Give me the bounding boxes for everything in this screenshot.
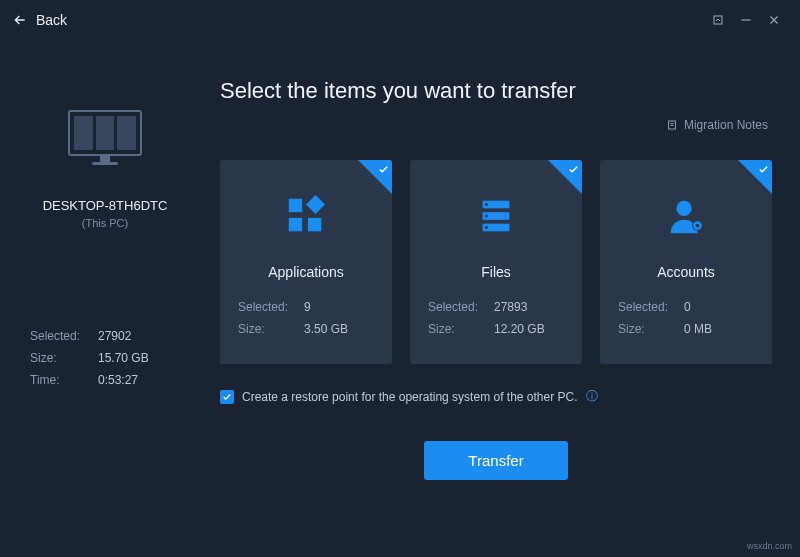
check-icon xyxy=(758,164,769,175)
card-selected-label: Selected: xyxy=(618,300,676,314)
migration-notes-link[interactable]: Migration Notes xyxy=(666,118,768,132)
pc-name: DESKTOP-8TH6DTC xyxy=(30,198,180,213)
restore-checkbox[interactable] xyxy=(220,390,234,404)
restore-point-row: Create a restore point for the operating… xyxy=(220,388,772,405)
card-applications[interactable]: Applications Selected:9 Size:3.50 GB xyxy=(220,160,392,364)
pin-icon xyxy=(712,14,724,26)
svg-point-17 xyxy=(696,224,700,228)
pc-icon xyxy=(65,110,145,170)
arrow-left-icon xyxy=(12,12,28,28)
card-files[interactable]: Files Selected:27893 Size:12.20 GB xyxy=(410,160,582,364)
card-title: Files xyxy=(428,264,564,280)
main-panel: Select the items you want to transfer Mi… xyxy=(200,40,800,557)
svg-rect-6 xyxy=(289,218,302,231)
accounts-icon xyxy=(663,193,709,239)
minimize-icon xyxy=(739,13,753,27)
svg-rect-5 xyxy=(289,199,302,212)
card-selected-label: Selected: xyxy=(428,300,486,314)
applications-icon xyxy=(283,193,329,239)
back-label: Back xyxy=(36,12,67,28)
minimize-button[interactable] xyxy=(732,6,760,34)
stat-selected-value: 27902 xyxy=(98,329,131,343)
stat-selected-label: Selected: xyxy=(30,329,88,343)
notes-icon xyxy=(666,119,678,131)
card-title: Applications xyxy=(238,264,374,280)
svg-rect-8 xyxy=(306,195,325,214)
card-selected-value: 27893 xyxy=(494,300,527,314)
check-icon xyxy=(378,164,389,175)
help-icon[interactable]: ⓘ xyxy=(586,388,598,405)
stat-size-value: 15.70 GB xyxy=(98,351,149,365)
sidebar: DESKTOP-8TH6DTC (This PC) Selected:27902… xyxy=(0,40,200,557)
check-icon xyxy=(568,164,579,175)
watermark: wsxdn.com xyxy=(747,541,792,551)
pc-subtitle: (This PC) xyxy=(30,217,180,229)
card-size-label: Size: xyxy=(428,322,486,336)
selected-badge xyxy=(358,160,392,194)
back-button[interactable]: Back xyxy=(12,12,67,28)
card-size-value: 3.50 GB xyxy=(304,322,348,336)
card-selected-value: 9 xyxy=(304,300,311,314)
restore-text: Create a restore point for the operating… xyxy=(242,390,578,404)
stat-size-label: Size: xyxy=(30,351,88,365)
transfer-button[interactable]: Transfer xyxy=(424,441,567,480)
card-size-value: 12.20 GB xyxy=(494,322,545,336)
svg-rect-7 xyxy=(308,218,321,231)
svg-point-12 xyxy=(485,203,488,206)
stat-time-label: Time: xyxy=(30,373,88,387)
files-icon xyxy=(473,193,519,239)
card-size-label: Size: xyxy=(618,322,676,336)
svg-point-15 xyxy=(676,201,691,216)
page-title: Select the items you want to transfer xyxy=(220,78,772,104)
card-selected-label: Selected: xyxy=(238,300,296,314)
migration-notes-label: Migration Notes xyxy=(684,118,768,132)
svg-point-14 xyxy=(485,226,488,229)
check-icon xyxy=(222,392,232,402)
svg-rect-0 xyxy=(714,16,722,24)
selected-badge xyxy=(548,160,582,194)
card-size-label: Size: xyxy=(238,322,296,336)
svg-point-13 xyxy=(485,215,488,218)
card-selected-value: 0 xyxy=(684,300,691,314)
close-icon xyxy=(767,13,781,27)
card-size-value: 0 MB xyxy=(684,322,712,336)
summary-stats: Selected:27902 Size:15.70 GB Time:0:53:2… xyxy=(30,329,180,395)
close-button[interactable] xyxy=(760,6,788,34)
card-accounts[interactable]: Accounts Selected:0 Size:0 MB xyxy=(600,160,772,364)
card-title: Accounts xyxy=(618,264,754,280)
titlebar: Back xyxy=(0,0,800,40)
selected-badge xyxy=(738,160,772,194)
stat-time-value: 0:53:27 xyxy=(98,373,138,387)
pin-button[interactable] xyxy=(704,6,732,34)
